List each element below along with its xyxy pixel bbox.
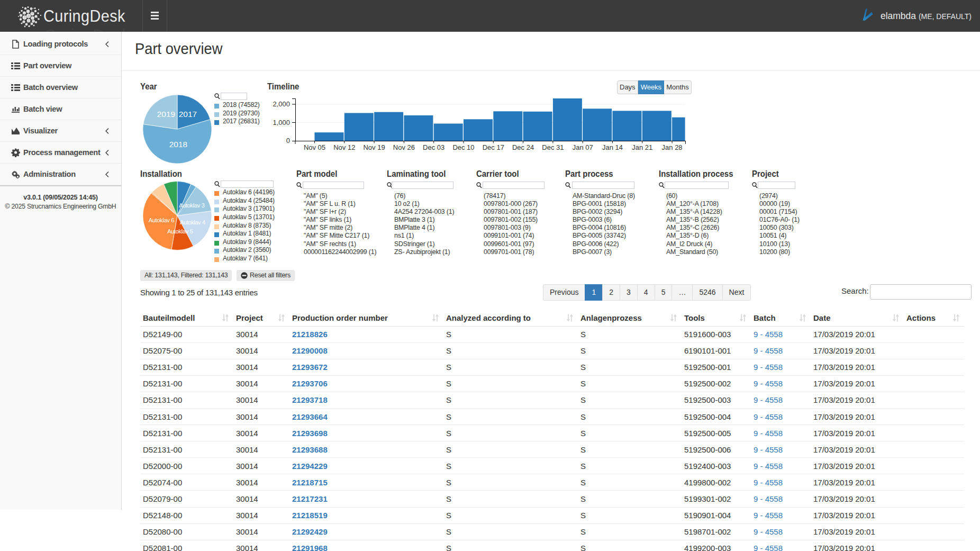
svg-text:Nov 05: Nov 05 [304,143,325,151]
svg-text:2,000: 2,000 [273,100,290,108]
svg-text:Dec 24: Dec 24 [512,143,534,151]
svg-text:Autoklav 4: Autoklav 4 [180,219,205,225]
svg-text:2019: 2019 [157,110,175,119]
svg-text:Jan 14: Jan 14 [602,143,623,151]
svg-text:Autoklav 5: Autoklav 5 [167,228,193,234]
svg-text:2017: 2017 [179,110,197,119]
svg-text:0: 0 [286,137,290,144]
svg-text:Jan 28: Jan 28 [662,143,683,151]
svg-text:Nov 26: Nov 26 [393,143,415,151]
svg-text:Autoklav 6: Autoklav 6 [149,217,175,223]
svg-text:Dec 17: Dec 17 [483,143,504,151]
svg-text:Jan 21: Jan 21 [632,143,652,151]
svg-text:Autoklav 3: Autoklav 3 [179,202,205,209]
svg-text:Dec 03: Dec 03 [423,143,444,151]
svg-text:2018: 2018 [169,140,187,149]
svg-text:Dec 10: Dec 10 [452,143,474,151]
svg-text:Nov 12: Nov 12 [333,143,355,151]
svg-text:Nov 19: Nov 19 [363,143,385,151]
svg-text:Dec 31: Dec 31 [542,143,564,151]
svg-text:1,000: 1,000 [273,119,290,127]
svg-text:Jan 07: Jan 07 [573,143,593,151]
